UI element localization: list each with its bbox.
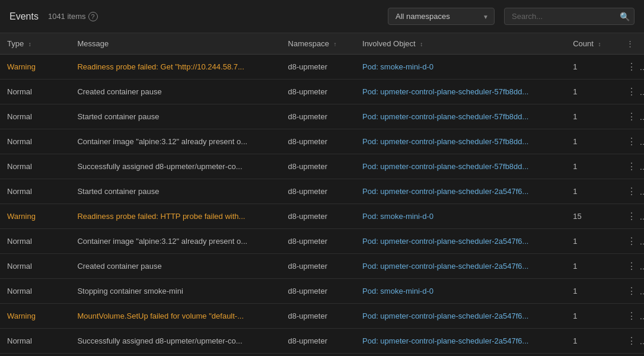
cell-actions: ⋮ <box>616 279 644 304</box>
cell-namespace: d8-upmeter <box>281 80 355 104</box>
search-input[interactable] <box>504 8 635 25</box>
involved-object-link[interactable]: Pod: upmeter-control-plane-scheduler-57f… <box>362 137 528 146</box>
column-count[interactable]: Count ↕ <box>566 33 616 55</box>
cell-message: Started container pause <box>70 104 280 129</box>
involved-object-link[interactable]: Pod: smoke-mini-d-0 <box>362 287 433 295</box>
namespace-sort-icon: ↑ <box>334 41 337 47</box>
cell-involved-object: Pod: upmeter-control-plane-scheduler-2a5… <box>355 254 566 279</box>
row-actions-button[interactable]: ⋮ <box>623 259 640 273</box>
cell-namespace: d8-upmeter <box>281 329 355 354</box>
involved-object-link[interactable]: Pod: upmeter-control-plane-scheduler-2a5… <box>362 312 528 320</box>
cell-message: Readiness probe failed: HTTP probe faile… <box>70 204 280 229</box>
cell-message: Successfully assigned d8-upmeter/upmeter… <box>70 329 280 354</box>
row-actions-button[interactable]: ⋮ <box>623 185 640 198</box>
table-row: Warning Readiness probe failed: Get "htt… <box>0 55 644 80</box>
cell-namespace: d8-upmeter <box>281 229 355 254</box>
column-options-icon[interactable]: ⋮ <box>626 39 634 48</box>
cell-actions: ⋮ <box>616 254 644 279</box>
cell-message: Started container pause <box>70 179 280 204</box>
cell-namespace: d8-upmeter <box>281 179 355 204</box>
row-actions-button[interactable]: ⋮ <box>623 160 640 173</box>
row-actions-button[interactable]: ⋮ <box>623 85 640 98</box>
row-actions-button[interactable]: ⋮ <box>623 234 640 248</box>
cell-actions: ⋮ <box>616 204 644 229</box>
involved-object-link[interactable]: Pod: upmeter-control-plane-scheduler-57f… <box>362 162 528 171</box>
cell-count: 1 <box>566 104 616 129</box>
namespace-select-wrapper: All namespacesd8-upmeterdefaultkube-syst… <box>388 8 495 25</box>
cell-involved-object: Pod: upmeter-control-plane-scheduler-57f… <box>355 154 566 179</box>
involved-object-link[interactable]: Pod: upmeter-control-plane-scheduler-2a5… <box>362 237 528 246</box>
cell-type: Normal <box>0 254 70 279</box>
row-actions-button[interactable]: ⋮ <box>623 334 640 348</box>
cell-type: Normal <box>0 279 70 304</box>
involved-object-link[interactable]: Pod: upmeter-control-plane-scheduler-57f… <box>362 87 528 96</box>
column-type[interactable]: Type ↕ <box>0 33 70 55</box>
search-button[interactable]: 🔍 <box>620 12 630 21</box>
table-row: Normal Successfully assigned d8-upmeter/… <box>0 154 644 179</box>
cell-count: 1 <box>566 179 616 204</box>
cell-type: Warning <box>0 304 70 329</box>
table-row: Normal Container image "alpine:3.12" alr… <box>0 129 644 154</box>
namespace-select[interactable]: All namespacesd8-upmeterdefaultkube-syst… <box>388 8 495 25</box>
cell-type: Normal <box>0 354 70 357</box>
table-row: Warning Readiness probe failed: HTTP pro… <box>0 204 644 229</box>
involved-sort-icon: ↕ <box>420 41 423 47</box>
cell-type: Normal <box>0 129 70 154</box>
cell-actions: ⋮ <box>616 304 644 329</box>
cell-namespace: d8-upmeter <box>281 55 355 80</box>
cell-namespace: d8-upmeter <box>281 129 355 154</box>
row-actions-button[interactable]: ⋮ <box>623 60 640 74</box>
events-table: Type ↕ Message Namespace ↑ Involved Obje… <box>0 33 644 356</box>
table-row: Normal Started container pause d8-upmete… <box>0 179 644 204</box>
involved-object-link[interactable]: Pod: upmeter-control-plane-scheduler-2a5… <box>362 262 528 271</box>
cell-count: 1 <box>566 354 616 357</box>
column-actions: ⋮ <box>616 33 644 55</box>
cell-count: 15 <box>566 204 616 229</box>
cell-count: 1 <box>566 329 616 354</box>
cell-actions: ⋮ <box>616 329 644 354</box>
involved-object-link[interactable]: Pod: upmeter-control-plane-scheduler-57f… <box>362 112 528 121</box>
cell-actions: ⋮ <box>616 55 644 80</box>
cell-count: 1 <box>566 80 616 104</box>
cell-namespace: d8-upmeter <box>281 204 355 229</box>
table-row: Normal Created container pause d8-upmete… <box>0 254 644 279</box>
involved-object-link[interactable]: Pod: smoke-mini-d-0 <box>362 62 433 71</box>
involved-object-link[interactable]: Pod: smoke-mini-d-0 <box>362 212 433 221</box>
help-icon[interactable]: ? <box>88 12 98 21</box>
page-title: Events <box>9 11 39 22</box>
cell-involved-object: Pod: upmeter-control-plane-scheduler-2a5… <box>355 329 566 354</box>
cell-involved-object: Pod: upmeter-control-plane-scheduler-57f… <box>355 104 566 129</box>
row-actions-button[interactable]: ⋮ <box>623 110 640 123</box>
row-actions-button[interactable]: ⋮ <box>623 309 640 323</box>
cell-message: Created container pause <box>70 80 280 104</box>
column-namespace[interactable]: Namespace ↑ <box>281 33 355 55</box>
cell-actions: ⋮ <box>616 129 644 154</box>
cell-actions: ⋮ <box>616 179 644 204</box>
cell-count: 1 <box>566 279 616 304</box>
cell-namespace: d8-upmeter <box>281 104 355 129</box>
cell-involved-object: Pod: smoke-mini-d-0 <box>355 279 566 304</box>
involved-object-link[interactable]: Pod: upmeter-control-plane-scheduler-2a5… <box>362 336 528 345</box>
cell-namespace: d8-upmeter <box>281 254 355 279</box>
item-count: 1041 items ? <box>48 12 98 21</box>
row-actions-button[interactable]: ⋮ <box>623 135 640 148</box>
cell-type: Normal <box>0 179 70 204</box>
row-actions-button[interactable]: ⋮ <box>623 284 640 298</box>
cell-namespace: d8-upmeter <box>281 154 355 179</box>
page-header: Events 1041 items ? All namespacesd8-upm… <box>0 0 644 33</box>
cell-involved-object: Pod: upmeter-control-plane-scheduler-57f… <box>355 80 566 104</box>
row-actions-button[interactable]: ⋮ <box>623 209 640 223</box>
cell-involved-object: Pod: smoke-mini-d-0 <box>355 204 566 229</box>
cell-count: 1 <box>566 254 616 279</box>
table-row: Warning MountVolume.SetUp failed for vol… <box>0 304 644 329</box>
cell-type: Warning <box>0 204 70 229</box>
table-row: Normal Container image "alpine:3.12" alr… <box>0 229 644 254</box>
column-involved-object[interactable]: Involved Object ↕ <box>355 33 566 55</box>
search-wrapper: 🔍 <box>504 8 635 25</box>
cell-type: Normal <box>0 80 70 104</box>
cell-count: 1 <box>566 304 616 329</box>
cell-involved-object: Pod: upmeter-control-plane-scheduler-2a5… <box>355 304 566 329</box>
cell-message: Container image "registry.flant.com/sys/… <box>70 354 280 357</box>
involved-object-link[interactable]: Pod: upmeter-control-plane-scheduler-2a5… <box>362 187 528 196</box>
cell-message: Container image "alpine:3.12" already pr… <box>70 129 280 154</box>
